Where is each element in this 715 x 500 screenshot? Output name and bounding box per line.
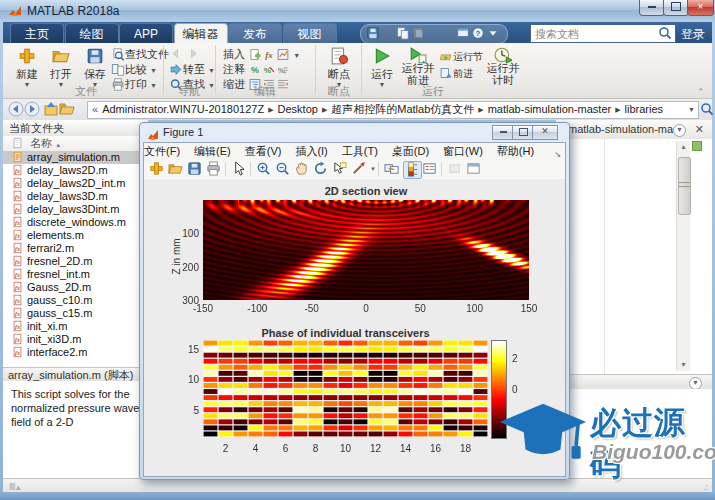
figure-restore-button[interactable] bbox=[512, 125, 534, 140]
file-item[interactable]: fxinit_xi.m bbox=[3, 320, 148, 333]
dropdown-arrow-icon[interactable]: ▼ bbox=[370, 166, 376, 172]
pointer-tool-icon[interactable] bbox=[231, 161, 248, 177]
figure-menu-文件(F)[interactable]: 文件(F) bbox=[144, 145, 180, 157]
figure-minimize-button[interactable] bbox=[492, 125, 514, 140]
rotate-tool-icon[interactable] bbox=[313, 161, 330, 177]
file-item[interactable]: fxdelay_laws2D_int.m bbox=[3, 177, 148, 190]
browse-folder-icon[interactable] bbox=[59, 101, 75, 117]
phase-grid-image[interactable] bbox=[203, 340, 488, 437]
statusbar-grip-left[interactable]: ‖‖ ▴ bbox=[9, 482, 19, 492]
file-item[interactable]: fxferrari2.m bbox=[3, 242, 148, 255]
file-item[interactable]: fxelements.m bbox=[3, 229, 148, 242]
main-tab-绘图[interactable]: 绘图 bbox=[65, 23, 119, 44]
forward-icon[interactable] bbox=[24, 101, 40, 117]
colorbar-tool-icon[interactable] bbox=[403, 161, 422, 179]
nav-history-buttons[interactable] bbox=[169, 47, 215, 62]
print-tool-icon[interactable] bbox=[206, 161, 223, 177]
matlab-titlebar[interactable]: MATLAB R2018a × bbox=[0, 0, 715, 22]
scroll-up-icon[interactable]: ▲ bbox=[677, 141, 690, 153]
editor-tab[interactable]: matlab-simulation-ma... bbox=[568, 123, 682, 135]
save-tool-icon[interactable] bbox=[187, 161, 204, 177]
open-tool-icon[interactable] bbox=[168, 161, 185, 177]
file-item[interactable]: fxgauss_c15.m bbox=[3, 307, 148, 320]
dock2-tool-icon[interactable] bbox=[466, 161, 483, 177]
doc-search-box[interactable]: 搜索文档 bbox=[530, 24, 676, 43]
breadcrumb-part[interactable]: matlab-simulation-master bbox=[488, 103, 611, 115]
figure-menu-编辑(E)[interactable]: 编辑(E) bbox=[194, 145, 231, 157]
run-time-button[interactable]: 运行并计时 bbox=[485, 45, 521, 93]
maximize-button[interactable] bbox=[663, 0, 689, 16]
main-tab-发布[interactable]: 发布 bbox=[228, 23, 282, 44]
tab-menu-icon[interactable]: ▼ bbox=[673, 124, 686, 137]
file-item[interactable]: fxinit_xi3D.m bbox=[3, 333, 148, 346]
file-item[interactable]: array_simulation.m bbox=[3, 151, 148, 164]
main-tab-编辑器[interactable]: 编辑器 bbox=[174, 23, 228, 44]
dock-tool-icon[interactable] bbox=[447, 161, 464, 177]
folder-search-icon[interactable] bbox=[700, 102, 714, 116]
main-tab-主页[interactable]: 主页 bbox=[10, 23, 64, 44]
close-button[interactable]: × bbox=[687, 0, 714, 16]
editor-body[interactable]: ▲ ▼ bbox=[556, 139, 712, 374]
file-item[interactable]: fxdelay_laws3Dint.m bbox=[3, 203, 148, 216]
datacursor-tool-icon[interactable] bbox=[332, 161, 349, 177]
help-icon[interactable]: ? bbox=[471, 26, 487, 42]
comment-row[interactable]: 注释 %%% bbox=[223, 62, 300, 77]
find-files-button[interactable]: 查找文件 bbox=[111, 47, 169, 62]
file-item[interactable]: fxfresnel_2D.m bbox=[3, 255, 148, 268]
tab-close-icon[interactable]: ✕ bbox=[695, 123, 704, 136]
save-icon[interactable] bbox=[366, 26, 382, 42]
plot2-xtick: 16 bbox=[426, 443, 446, 454]
figure-menu-桌面(D)[interactable]: 桌面(D) bbox=[392, 145, 429, 157]
zoom-in-tool-icon[interactable] bbox=[256, 161, 273, 177]
name-column-header[interactable]: 名称 ▲ bbox=[3, 136, 148, 152]
file-item[interactable]: fxGauss_2D.m bbox=[3, 281, 148, 294]
legend-tool-icon[interactable] bbox=[422, 161, 439, 177]
run-section-button[interactable]: 运行节 bbox=[439, 50, 483, 67]
up-folder-icon[interactable] bbox=[43, 101, 59, 117]
login-button[interactable]: 登录 bbox=[681, 26, 705, 43]
new-tool-icon[interactable] bbox=[149, 161, 166, 177]
back-icon[interactable] bbox=[8, 101, 24, 117]
figure-menu-查看(V)[interactable]: 查看(V) bbox=[245, 145, 282, 157]
collapse-ribbon-icon[interactable]: ⌃ bbox=[697, 87, 705, 97]
file-item[interactable]: fxfresnel_int.m bbox=[3, 268, 148, 281]
file-item[interactable]: fxdelay_laws3D.m bbox=[3, 190, 148, 203]
brush-tool-icon[interactable] bbox=[351, 161, 368, 177]
search-icon[interactable] bbox=[658, 26, 672, 40]
pan-tool-icon[interactable] bbox=[294, 161, 311, 177]
breadcrumb-part[interactable]: libraries bbox=[625, 103, 664, 115]
copy-icon[interactable] bbox=[396, 26, 412, 42]
compare-button[interactable]: 比较 ▼ bbox=[111, 62, 169, 77]
desktop-icon[interactable] bbox=[456, 26, 472, 42]
breadcrumb[interactable]: «Administrator.WIN7U-20180127Z▶Desktop▶超… bbox=[87, 101, 699, 119]
figure-close-button[interactable]: ✕ bbox=[532, 125, 558, 140]
link-tool-icon[interactable] bbox=[384, 161, 401, 177]
file-item[interactable]: fxinterface2.m bbox=[3, 346, 148, 359]
figure-menu-工具(T)[interactable]: 工具(T) bbox=[342, 145, 378, 157]
minimize-button[interactable] bbox=[639, 0, 665, 16]
advance-button[interactable]: 前进 bbox=[439, 67, 483, 84]
scroll-down-icon[interactable]: ▼ bbox=[677, 359, 690, 371]
breadcrumb-dropdown-icon[interactable]: ▼ bbox=[688, 106, 695, 113]
editor-scrollbar[interactable]: ▲ ▼ bbox=[676, 141, 690, 371]
zoom-out-tool-icon[interactable] bbox=[275, 161, 292, 177]
figure-menu-帮助(H)[interactable]: 帮助(H) bbox=[497, 145, 534, 157]
current-folder-header[interactable]: 当前文件夹 bbox=[3, 120, 148, 137]
figure-menu-插入(I)[interactable]: 插入(I) bbox=[295, 145, 327, 157]
figure-menu-窗口(W)[interactable]: 窗口(W) bbox=[443, 145, 483, 157]
breadcrumb-part[interactable]: 超声相控阵的Matlab仿真文件 bbox=[331, 103, 474, 115]
insert-row[interactable]: 插入 fx ▼ bbox=[223, 47, 300, 62]
file-item[interactable]: fxdiscrete_windows.m bbox=[3, 216, 148, 229]
dropdown-icon[interactable] bbox=[486, 26, 502, 42]
file-item[interactable]: fxdelay_laws2D.m bbox=[3, 164, 148, 177]
code-analyzer-indicator[interactable] bbox=[692, 141, 702, 151]
main-tab-视图[interactable]: 视图 bbox=[283, 23, 337, 44]
goto-button[interactable]: 转至 ▼ bbox=[169, 62, 215, 77]
wavefield-image[interactable] bbox=[203, 200, 529, 300]
new-script-button[interactable]: 新建▼ bbox=[11, 45, 43, 93]
main-tab-APP[interactable]: APP bbox=[119, 23, 173, 44]
breadcrumb-part[interactable]: Administrator.WIN7U-20180127Z bbox=[102, 103, 264, 115]
breadcrumb-part[interactable]: Desktop bbox=[278, 103, 318, 115]
file-item[interactable]: fxgauss_c10.m bbox=[3, 294, 148, 307]
scrollbar-thumb[interactable] bbox=[678, 157, 691, 215]
